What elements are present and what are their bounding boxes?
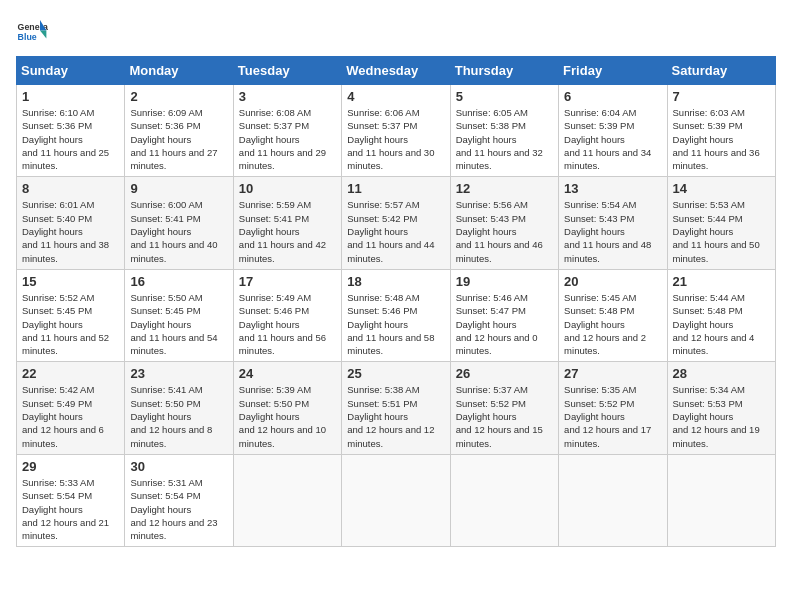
day-number: 11 xyxy=(347,181,444,196)
logo: General Blue xyxy=(16,16,48,48)
calendar-cell: 19 Sunrise: 5:46 AM Sunset: 5:47 PM Dayl… xyxy=(450,269,558,361)
day-info: Sunrise: 6:03 AM Sunset: 5:39 PM Dayligh… xyxy=(673,106,770,172)
calendar-cell xyxy=(233,454,341,546)
day-info: Sunrise: 5:37 AM Sunset: 5:52 PM Dayligh… xyxy=(456,383,553,449)
day-info: Sunrise: 5:45 AM Sunset: 5:48 PM Dayligh… xyxy=(564,291,661,357)
calendar-cell: 8 Sunrise: 6:01 AM Sunset: 5:40 PM Dayli… xyxy=(17,177,125,269)
day-info: Sunrise: 5:56 AM Sunset: 5:43 PM Dayligh… xyxy=(456,198,553,264)
day-info: Sunrise: 5:49 AM Sunset: 5:46 PM Dayligh… xyxy=(239,291,336,357)
day-info: Sunrise: 5:57 AM Sunset: 5:42 PM Dayligh… xyxy=(347,198,444,264)
calendar-cell: 21 Sunrise: 5:44 AM Sunset: 5:48 PM Dayl… xyxy=(667,269,775,361)
day-number: 23 xyxy=(130,366,227,381)
day-header-friday: Friday xyxy=(559,57,667,85)
calendar-cell: 22 Sunrise: 5:42 AM Sunset: 5:49 PM Dayl… xyxy=(17,362,125,454)
day-info: Sunrise: 5:33 AM Sunset: 5:54 PM Dayligh… xyxy=(22,476,119,542)
day-info: Sunrise: 6:06 AM Sunset: 5:37 PM Dayligh… xyxy=(347,106,444,172)
calendar-cell: 28 Sunrise: 5:34 AM Sunset: 5:53 PM Dayl… xyxy=(667,362,775,454)
day-info: Sunrise: 5:41 AM Sunset: 5:50 PM Dayligh… xyxy=(130,383,227,449)
day-number: 8 xyxy=(22,181,119,196)
day-info: Sunrise: 6:04 AM Sunset: 5:39 PM Dayligh… xyxy=(564,106,661,172)
day-info: Sunrise: 5:38 AM Sunset: 5:51 PM Dayligh… xyxy=(347,383,444,449)
day-number: 20 xyxy=(564,274,661,289)
calendar-week-row: 1 Sunrise: 6:10 AM Sunset: 5:36 PM Dayli… xyxy=(17,85,776,177)
calendar-cell: 17 Sunrise: 5:49 AM Sunset: 5:46 PM Dayl… xyxy=(233,269,341,361)
calendar-header: SundayMondayTuesdayWednesdayThursdayFrid… xyxy=(17,57,776,85)
day-number: 16 xyxy=(130,274,227,289)
calendar-cell: 14 Sunrise: 5:53 AM Sunset: 5:44 PM Dayl… xyxy=(667,177,775,269)
day-header-thursday: Thursday xyxy=(450,57,558,85)
day-number: 17 xyxy=(239,274,336,289)
calendar-cell xyxy=(342,454,450,546)
day-info: Sunrise: 6:00 AM Sunset: 5:41 PM Dayligh… xyxy=(130,198,227,264)
day-header-tuesday: Tuesday xyxy=(233,57,341,85)
day-number: 24 xyxy=(239,366,336,381)
day-number: 9 xyxy=(130,181,227,196)
calendar-cell: 25 Sunrise: 5:38 AM Sunset: 5:51 PM Dayl… xyxy=(342,362,450,454)
calendar-cell: 24 Sunrise: 5:39 AM Sunset: 5:50 PM Dayl… xyxy=(233,362,341,454)
calendar-cell: 20 Sunrise: 5:45 AM Sunset: 5:48 PM Dayl… xyxy=(559,269,667,361)
calendar-table: SundayMondayTuesdayWednesdayThursdayFrid… xyxy=(16,56,776,547)
day-info: Sunrise: 6:08 AM Sunset: 5:37 PM Dayligh… xyxy=(239,106,336,172)
day-info: Sunrise: 6:01 AM Sunset: 5:40 PM Dayligh… xyxy=(22,198,119,264)
day-info: Sunrise: 5:31 AM Sunset: 5:54 PM Dayligh… xyxy=(130,476,227,542)
day-number: 22 xyxy=(22,366,119,381)
day-header-sunday: Sunday xyxy=(17,57,125,85)
calendar-cell: 6 Sunrise: 6:04 AM Sunset: 5:39 PM Dayli… xyxy=(559,85,667,177)
day-info: Sunrise: 5:53 AM Sunset: 5:44 PM Dayligh… xyxy=(673,198,770,264)
day-info: Sunrise: 5:52 AM Sunset: 5:45 PM Dayligh… xyxy=(22,291,119,357)
day-number: 21 xyxy=(673,274,770,289)
calendar-cell: 3 Sunrise: 6:08 AM Sunset: 5:37 PM Dayli… xyxy=(233,85,341,177)
day-info: Sunrise: 5:42 AM Sunset: 5:49 PM Dayligh… xyxy=(22,383,119,449)
day-number: 14 xyxy=(673,181,770,196)
calendar-cell: 12 Sunrise: 5:56 AM Sunset: 5:43 PM Dayl… xyxy=(450,177,558,269)
day-header-wednesday: Wednesday xyxy=(342,57,450,85)
calendar-cell: 29 Sunrise: 5:33 AM Sunset: 5:54 PM Dayl… xyxy=(17,454,125,546)
day-number: 10 xyxy=(239,181,336,196)
day-number: 27 xyxy=(564,366,661,381)
calendar-week-row: 29 Sunrise: 5:33 AM Sunset: 5:54 PM Dayl… xyxy=(17,454,776,546)
calendar-cell: 26 Sunrise: 5:37 AM Sunset: 5:52 PM Dayl… xyxy=(450,362,558,454)
day-number: 4 xyxy=(347,89,444,104)
day-number: 13 xyxy=(564,181,661,196)
day-number: 28 xyxy=(673,366,770,381)
calendar-cell: 9 Sunrise: 6:00 AM Sunset: 5:41 PM Dayli… xyxy=(125,177,233,269)
calendar-week-row: 22 Sunrise: 5:42 AM Sunset: 5:49 PM Dayl… xyxy=(17,362,776,454)
calendar-cell: 1 Sunrise: 6:10 AM Sunset: 5:36 PM Dayli… xyxy=(17,85,125,177)
day-info: Sunrise: 5:39 AM Sunset: 5:50 PM Dayligh… xyxy=(239,383,336,449)
calendar-cell: 7 Sunrise: 6:03 AM Sunset: 5:39 PM Dayli… xyxy=(667,85,775,177)
calendar-cell: 5 Sunrise: 6:05 AM Sunset: 5:38 PM Dayli… xyxy=(450,85,558,177)
day-info: Sunrise: 6:05 AM Sunset: 5:38 PM Dayligh… xyxy=(456,106,553,172)
day-number: 3 xyxy=(239,89,336,104)
day-number: 18 xyxy=(347,274,444,289)
day-header-saturday: Saturday xyxy=(667,57,775,85)
day-number: 7 xyxy=(673,89,770,104)
day-number: 26 xyxy=(456,366,553,381)
day-number: 2 xyxy=(130,89,227,104)
day-info: Sunrise: 5:46 AM Sunset: 5:47 PM Dayligh… xyxy=(456,291,553,357)
calendar-cell: 27 Sunrise: 5:35 AM Sunset: 5:52 PM Dayl… xyxy=(559,362,667,454)
day-number: 5 xyxy=(456,89,553,104)
day-info: Sunrise: 5:44 AM Sunset: 5:48 PM Dayligh… xyxy=(673,291,770,357)
calendar-cell: 13 Sunrise: 5:54 AM Sunset: 5:43 PM Dayl… xyxy=(559,177,667,269)
day-number: 25 xyxy=(347,366,444,381)
day-info: Sunrise: 6:10 AM Sunset: 5:36 PM Dayligh… xyxy=(22,106,119,172)
day-info: Sunrise: 5:59 AM Sunset: 5:41 PM Dayligh… xyxy=(239,198,336,264)
calendar-cell: 11 Sunrise: 5:57 AM Sunset: 5:42 PM Dayl… xyxy=(342,177,450,269)
calendar-cell: 30 Sunrise: 5:31 AM Sunset: 5:54 PM Dayl… xyxy=(125,454,233,546)
day-number: 19 xyxy=(456,274,553,289)
day-number: 12 xyxy=(456,181,553,196)
day-info: Sunrise: 5:34 AM Sunset: 5:53 PM Dayligh… xyxy=(673,383,770,449)
calendar-cell: 2 Sunrise: 6:09 AM Sunset: 5:36 PM Dayli… xyxy=(125,85,233,177)
day-number: 30 xyxy=(130,459,227,474)
calendar-cell: 18 Sunrise: 5:48 AM Sunset: 5:46 PM Dayl… xyxy=(342,269,450,361)
day-info: Sunrise: 6:09 AM Sunset: 5:36 PM Dayligh… xyxy=(130,106,227,172)
day-header-monday: Monday xyxy=(125,57,233,85)
day-number: 1 xyxy=(22,89,119,104)
page-header: General Blue xyxy=(16,16,776,48)
calendar-week-row: 15 Sunrise: 5:52 AM Sunset: 5:45 PM Dayl… xyxy=(17,269,776,361)
logo-icon: General Blue xyxy=(16,16,48,48)
calendar-cell: 4 Sunrise: 6:06 AM Sunset: 5:37 PM Dayli… xyxy=(342,85,450,177)
calendar-cell: 23 Sunrise: 5:41 AM Sunset: 5:50 PM Dayl… xyxy=(125,362,233,454)
calendar-cell xyxy=(559,454,667,546)
day-info: Sunrise: 5:54 AM Sunset: 5:43 PM Dayligh… xyxy=(564,198,661,264)
